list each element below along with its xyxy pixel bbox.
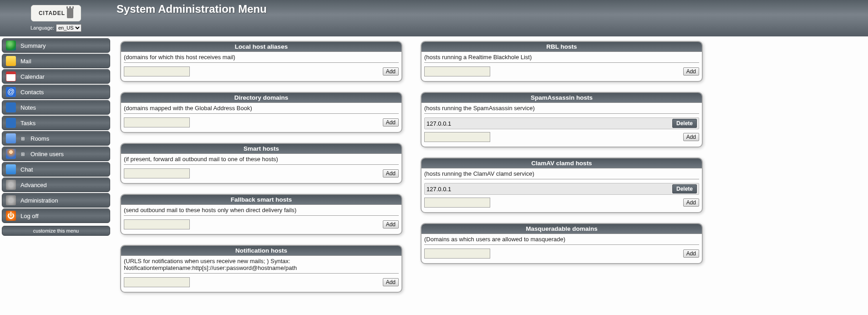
panel-header: Notification hosts [121, 246, 401, 256]
panel-rbl-hosts: RBL hosts(hosts running a Realtime Black… [421, 41, 703, 82]
sidebar-item-administration[interactable]: Administration [2, 193, 110, 208]
customize-menu-button[interactable]: customize this menu [2, 226, 110, 236]
panel-body: (hosts running the ClamAV clamd service)… [421, 168, 702, 212]
notification-hosts-input[interactable] [124, 277, 190, 287]
panel-header: Directory domains [121, 93, 401, 103]
entry-row: 127.0.0.1Delete [424, 117, 699, 129]
expand-icon[interactable]: ⊞ [20, 136, 25, 141]
envelope-icon [6, 56, 16, 66]
content-area: Local host aliases(domains for which thi… [112, 36, 868, 297]
add-button[interactable]: Add [383, 169, 399, 178]
panel-notification-hosts: Notification hosts(URLS for notification… [120, 245, 402, 293]
add-button[interactable]: Add [383, 67, 399, 76]
clamav-clamd-hosts-input[interactable] [424, 198, 490, 208]
sidebar-item-label: Summary [20, 42, 46, 49]
app-logo[interactable]: CITADEL [31, 5, 81, 21]
panel-header: SpamAssassin hosts [421, 93, 702, 103]
at-icon: @ [6, 87, 16, 97]
delete-button[interactable]: Delete [672, 184, 697, 193]
input-row: Add [124, 277, 399, 287]
left-column: Local host aliases(domains for which thi… [120, 41, 402, 293]
sidebar-item-summary[interactable]: Summary [2, 38, 110, 53]
user-icon [6, 149, 16, 159]
checklist-icon [6, 118, 16, 128]
sidebar-item-contacts[interactable]: @Contacts [2, 85, 110, 99]
sidebar-item-label: Contacts [20, 89, 44, 96]
language-label: Language: [30, 25, 54, 30]
panel-description: (hosts running the SpamAssassin service) [424, 104, 699, 114]
panel-header: RBL hosts [421, 42, 702, 52]
masqueradable-domains-input[interactable] [424, 249, 490, 259]
input-row: Add [424, 249, 699, 259]
add-button[interactable]: Add [383, 278, 399, 286]
input-row: Add [124, 117, 399, 127]
spamassassin-hosts-input[interactable] [424, 132, 490, 142]
delete-button[interactable]: Delete [672, 119, 697, 128]
expand-icon[interactable]: ⊞ [20, 152, 25, 156]
input-row: Add [124, 168, 399, 178]
panel-smart-hosts: Smart hosts(if present, forward all outb… [120, 143, 402, 184]
speech-bubble-icon [6, 164, 16, 174]
globe-icon [6, 41, 16, 51]
panel-clamav-clamd-hosts: ClamAV clamd hosts(hosts running the Cla… [421, 158, 703, 213]
panel-description: (domains mapped with the Global Address … [124, 104, 399, 114]
panel-description: (hosts running a Realtime Blackhole List… [424, 53, 699, 63]
clipboard-icon [6, 102, 16, 112]
sidebar-item-label: Administration [20, 197, 58, 204]
language-select[interactable]: en_US [56, 24, 81, 32]
add-button[interactable]: Add [683, 198, 699, 207]
folder-icon [6, 133, 16, 143]
sidebar: SummaryMailCalendar@ContactsNotesTasks⊞R… [0, 36, 112, 238]
sidebar-item-label: Rooms [30, 135, 49, 142]
add-button[interactable]: Add [383, 118, 399, 127]
sidebar-item-label: Log off [20, 213, 39, 219]
sidebar-item-log-off[interactable]: ⏻Log off [2, 208, 110, 223]
smart-hosts-input[interactable] [124, 168, 190, 178]
add-button[interactable]: Add [683, 133, 699, 141]
sidebar-item-online-users[interactable]: ⊞Online users [2, 147, 110, 161]
panel-description: (URLS for notifications when users recei… [124, 257, 399, 274]
panel-body: (hosts running the SpamAssassin service)… [421, 103, 702, 147]
gear-icon [6, 195, 16, 205]
sidebar-item-label: Chat [20, 166, 33, 173]
logo-text: CITADEL [39, 10, 65, 16]
panel-spamassassin-hosts: SpamAssassin hosts(hosts running the Spa… [421, 92, 703, 147]
panel-description: (Domains as which users are allowed to m… [424, 235, 699, 245]
panel-description: (if present, forward all outbound mail t… [124, 155, 399, 165]
sidebar-item-label: Calendar [20, 73, 45, 80]
fallback-smart-hosts-input[interactable] [124, 219, 190, 229]
sidebar-item-chat[interactable]: Chat [2, 162, 110, 177]
tower-icon [67, 8, 73, 18]
panel-body: (domains mapped with the Global Address … [121, 103, 401, 132]
rbl-hosts-input[interactable] [424, 66, 490, 76]
panel-fallback-smart-hosts: Fallback smart hosts(send outbound mail … [120, 194, 402, 235]
input-row: Add [424, 132, 699, 142]
sidebar-item-rooms[interactable]: ⊞Rooms [2, 131, 110, 146]
input-row: Add [424, 198, 699, 208]
panel-description: (send outbound mail to these hosts only … [124, 206, 399, 216]
add-button[interactable]: Add [683, 249, 699, 258]
sidebar-item-mail[interactable]: Mail [2, 54, 110, 68]
add-button[interactable]: Add [383, 220, 399, 229]
sidebar-item-advanced[interactable]: Advanced [2, 178, 110, 192]
panel-masqueradable-domains: Masqueradable domains(Domains as which u… [421, 223, 703, 264]
sidebar-item-calendar[interactable]: Calendar [2, 69, 110, 84]
panel-body: (send outbound mail to these hosts only … [121, 205, 401, 234]
sidebar-item-label: Mail [20, 58, 31, 65]
sidebar-item-tasks[interactable]: Tasks [2, 116, 110, 130]
panel-body: (domains for which this host receives ma… [121, 52, 401, 81]
sidebar-item-notes[interactable]: Notes [2, 100, 110, 115]
panel-body: (hosts running a Realtime Blackhole List… [421, 52, 702, 81]
panel-header: Local host aliases [121, 42, 401, 52]
local-host-aliases-input[interactable] [124, 66, 190, 76]
sidebar-item-label: Advanced [20, 182, 47, 188]
panel-body: (if present, forward all outbound mail t… [121, 154, 401, 183]
directory-domains-input[interactable] [124, 117, 190, 127]
add-button[interactable]: Add [683, 67, 699, 76]
calendar-icon [6, 71, 16, 81]
entry-row: 127.0.0.1Delete [424, 183, 699, 195]
sidebar-item-label: Tasks [20, 120, 36, 127]
input-row: Add [424, 66, 699, 76]
panel-description: (hosts running the ClamAV clamd service) [424, 169, 699, 179]
top-bar: CITADEL Language: en_US System Administr… [0, 0, 868, 36]
